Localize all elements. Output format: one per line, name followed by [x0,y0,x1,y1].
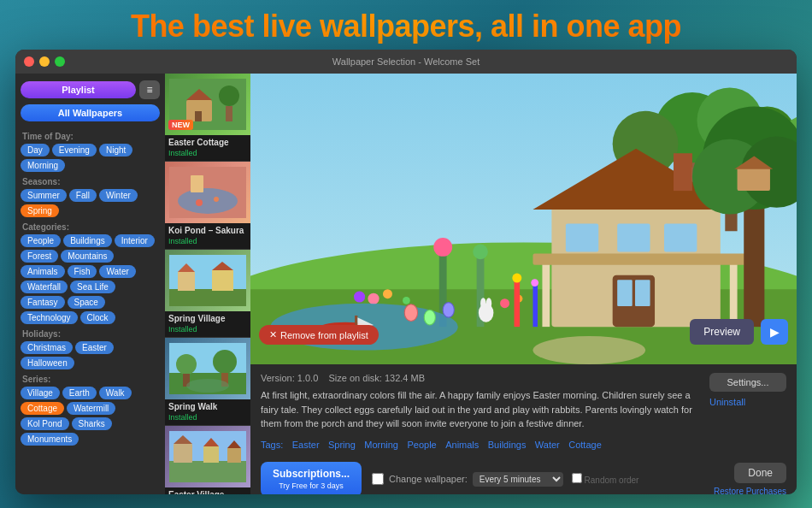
series-label: Series: [22,375,160,384]
tag-forest[interactable]: Forest [21,250,58,263]
subscriptions-button[interactable]: Subscriptions... Try Free for 3 days [261,462,362,495]
close-button[interactable] [24,56,34,67]
tag-buildings[interactable]: Buildings [488,440,527,450]
tag-people[interactable]: People [21,234,61,247]
tag-koi-pond[interactable]: Kol Pond [21,417,69,430]
svg-point-103 [486,298,492,309]
all-wallpapers-button[interactable]: All Wallpapers [21,104,160,121]
fullscreen-button[interactable] [55,56,65,67]
tag-cottage[interactable]: Cottage [21,402,64,415]
tag-sharks[interactable]: Sharks [72,417,112,430]
wallpaper-name: Spring Walk [168,402,247,412]
tag-christmas[interactable]: Christmas [21,341,73,354]
list-item[interactable]: Koi Pond – Sakura Installed [165,162,250,250]
wallpaper-name: Koi Pond – Sakura [168,226,247,236]
app-window: Wallpaper Selection - Welcome Set Playli… [15,50,797,494]
wallpaper-status: Installed [168,325,247,334]
settings-button[interactable]: Settings... [709,373,786,392]
tag-summer[interactable]: Summer [21,189,67,202]
tag-animals[interactable]: Animals [445,440,479,450]
svg-rect-30 [227,448,241,463]
main-layout: Playlist ≡ All Wallpapers Time of Day: D… [15,74,797,494]
tag-earth[interactable]: Earth [62,387,97,399]
svg-rect-5 [226,106,232,121]
tag-animals[interactable]: Animals [21,265,65,278]
sidebar-top: Playlist ≡ [21,80,160,99]
wallpaper-item-info: Easter Cottage Installed [165,135,250,161]
svg-point-101 [479,304,494,322]
tag-easter[interactable]: Easter [75,341,114,354]
change-interval-select[interactable]: Every 5 minutes Every 6 minutes Every 10… [473,472,563,487]
tag-evening[interactable]: Evening [52,144,97,157]
list-item[interactable]: Spring Village Installed [165,250,250,338]
tag-morning[interactable]: Morning [21,159,65,172]
version-text: Version: 1.0.0 [261,373,318,383]
svg-point-96 [531,279,538,286]
svg-rect-12 [169,289,246,306]
done-button[interactable]: Done [734,463,786,483]
svg-rect-13 [178,272,195,291]
wallpaper-name: Easter Village [168,490,247,494]
tag-mountains[interactable]: Mountains [61,250,114,263]
tag-monuments[interactable]: Monuments [21,433,79,446]
tag-spring[interactable]: Spring [328,440,356,450]
hero-title-bar: The best live wallpapers, all in one app [0,0,812,50]
tag-halloween[interactable]: Halloween [21,357,74,369]
list-item[interactable]: Spring Walk Installed [165,338,250,426]
tag-fantasy[interactable]: Fantasy [21,296,65,309]
remove-from-playlist-button[interactable]: ✕ Remove from playlist [259,325,379,345]
tag-watermill[interactable]: Watermill [67,402,115,415]
svg-point-87 [500,298,509,308]
tag-morning[interactable]: Morning [364,440,398,450]
svg-point-86 [403,297,410,304]
detail-top: Version: 1.0.0 Size on disk: 132.4 MB At… [261,373,786,458]
random-order-checkbox[interactable] [572,473,582,483]
tag-sea-life[interactable]: Sea Life [70,281,115,293]
svg-rect-63 [674,153,692,191]
list-icon-button[interactable]: ≡ [139,80,160,99]
tag-spring[interactable]: Spring [21,204,59,217]
tag-water[interactable]: Water [535,440,560,450]
tag-cottage[interactable]: Cottage [568,440,602,450]
traffic-lights [24,56,65,67]
tag-technology[interactable]: Technology [21,311,78,324]
detail-bottom: Subscriptions... Try Free for 3 days Cha… [261,462,786,495]
uninstall-button[interactable]: Uninstall [709,397,786,407]
bottom-right-buttons: Done Restore Purchases [714,463,786,494]
tag-clock[interactable]: Clock [80,311,115,324]
svg-point-81 [433,238,452,257]
play-button[interactable]: ▶ [761,319,788,345]
tag-buildings[interactable]: Buildings [63,234,112,247]
tag-walk[interactable]: Walk [99,387,132,399]
svg-rect-72 [533,254,748,265]
svg-rect-69 [635,280,650,306]
time-of-day-label: Time of Day: [22,132,160,141]
tag-water[interactable]: Water [99,265,135,278]
tag-fall[interactable]: Fall [69,189,97,202]
preview-button[interactable]: Preview [690,319,754,345]
tag-interior[interactable]: Interior [115,234,155,247]
list-item[interactable]: NEW Easter Cottage Installed [165,74,250,162]
hero-title: The best live wallpapers, all in one app [0,0,812,50]
detail-description: At first light, extraordinary colors fil… [261,388,699,431]
tag-easter[interactable]: Easter [292,440,320,450]
tag-people[interactable]: People [407,440,436,450]
subscriptions-sub: Try Free for 3 days [273,481,350,492]
minimize-button[interactable] [39,56,50,67]
tag-village[interactable]: Village [21,387,60,399]
tag-day[interactable]: Day [21,144,50,157]
svg-rect-3 [195,111,202,121]
tag-space[interactable]: Space [68,296,105,309]
wallpaper-list: NEW Easter Cottage Installed [165,74,250,494]
list-item[interactable]: Easter Village Installed [165,426,250,494]
tag-winter[interactable]: Winter [99,189,138,202]
title-bar: Wallpaper Selection - Welcome Set [15,50,797,74]
tag-waterfall[interactable]: Waterfall [21,281,68,293]
restore-purchases-button[interactable]: Restore Purchases [714,487,786,494]
tag-night[interactable]: Night [99,144,132,157]
change-wallpaper-checkbox[interactable] [372,473,384,485]
svg-point-99 [424,310,435,325]
playlist-button[interactable]: Playlist [21,81,136,98]
svg-rect-68 [617,280,633,306]
tag-fish[interactable]: Fish [68,265,97,278]
